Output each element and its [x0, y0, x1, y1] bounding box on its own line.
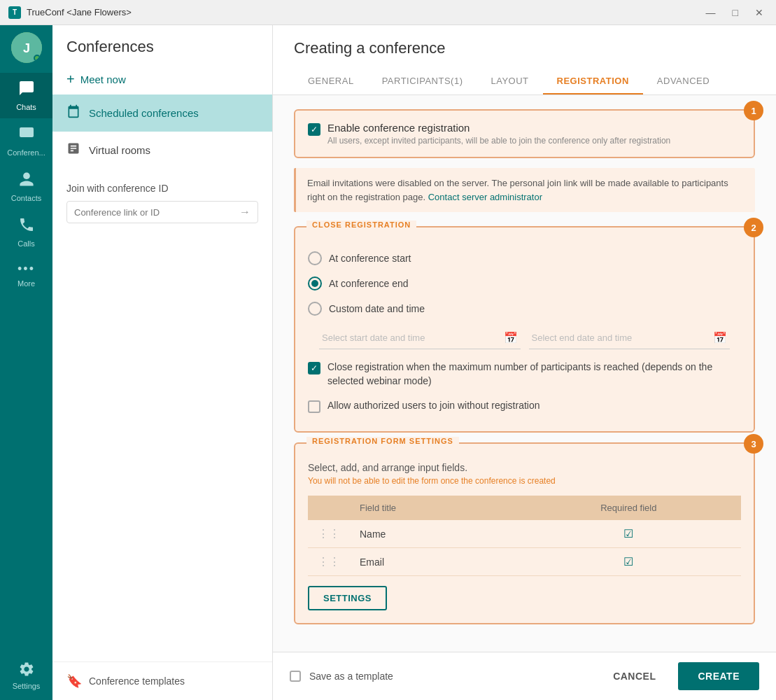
calendar-icon [66, 104, 80, 122]
svg-text:J: J [22, 41, 29, 55]
start-date-placeholder: Select start date and time [322, 332, 425, 343]
online-status-dot [34, 55, 41, 62]
conference-templates-label: Conference templates [89, 676, 185, 687]
right-panel-header: Creating a conference GENERAL PARTICIPAN… [273, 25, 776, 95]
sidebar-item-settings[interactable]: Settings [0, 651, 52, 700]
tab-layout[interactable]: LAYOUT [477, 69, 543, 94]
save-template-label: Save as a template [309, 671, 393, 682]
main-container: J Chats Conferen... Contacts [0, 25, 776, 700]
save-template-checkbox[interactable] [290, 671, 301, 682]
enable-registration-checkbox[interactable]: ✓ [308, 123, 320, 136]
radio-at-end-button[interactable] [308, 276, 322, 290]
enable-registration-label: Enable conference registration [327, 122, 670, 134]
form-settings-button[interactable]: SETTINGS [308, 586, 387, 610]
conference-templates-button[interactable]: 🔖 Conference templates [52, 662, 272, 700]
tabs-container: GENERAL PARTICIPANTS(1) LAYOUT REGISTRAT… [294, 69, 755, 94]
form-settings-section: 3 REGISTRATION FORM SETTINGS Select, add… [294, 442, 755, 624]
avatar[interactable]: J [11, 32, 42, 63]
more-icon: ••• [17, 262, 35, 276]
sidebar-settings-label: Settings [13, 682, 41, 690]
scheduled-conferences-label: Scheduled conferences [89, 107, 199, 119]
max-participants-label: Close registration when the maximum numb… [327, 360, 741, 388]
meet-now-button[interactable]: + Meet now [52, 64, 272, 94]
tab-advanced[interactable]: ADVANCED [643, 69, 724, 94]
radio-at-start-button[interactable] [308, 251, 322, 265]
sidebar-item-contacts-label: Contacts [11, 194, 41, 202]
close-button[interactable]: ✕ [751, 6, 768, 20]
form-desc: Select, add, and arrange input fields. [308, 462, 741, 473]
minimize-button[interactable]: — [702, 6, 720, 20]
right-panel: Creating a conference GENERAL PARTICIPAN… [273, 25, 776, 700]
virtual-rooms-icon [66, 141, 80, 159]
bookmark-icon: 🔖 [66, 673, 82, 689]
required-name-cell: ☑ [516, 520, 741, 548]
sidebar-item-more[interactable]: ••• More [0, 255, 52, 295]
sidebar-item-calls[interactable]: Calls [0, 209, 52, 255]
col-required-field: Required field [516, 496, 741, 520]
field-email-cell: Email [350, 548, 516, 576]
enable-registration-text: Enable conference registration All users… [327, 122, 670, 146]
radio-custom-button[interactable] [308, 302, 322, 316]
tab-registration[interactable]: REGISTRATION [543, 69, 643, 94]
left-panel: Conferences + Meet now Scheduled confere… [52, 25, 273, 700]
section-2-badge: 2 [744, 218, 763, 237]
cancel-button[interactable]: CANCEL [599, 664, 670, 689]
calls-icon [18, 216, 35, 237]
required-check-name: ☑ [623, 528, 633, 540]
radio-at-end-inner [311, 280, 318, 287]
sidebar-item-chats-label: Chats [16, 103, 36, 111]
field-name-cell: Name [350, 520, 516, 548]
join-input-wrap: → [66, 201, 258, 223]
app-title: TrueConf <Jane Flowers> [27, 7, 132, 18]
col-field-title: Field title [350, 496, 516, 520]
nav-item-scheduled[interactable]: Scheduled conferences [52, 94, 272, 132]
sidebar-item-contacts[interactable]: Contacts [0, 164, 52, 209]
section-3-badge: 3 [744, 434, 763, 454]
conferences-icon [18, 125, 35, 146]
create-button[interactable]: CREATE [678, 662, 759, 690]
info-box: Email invitations were disabled on the s… [294, 168, 755, 212]
sidebar-item-conferences[interactable]: Conferen... [0, 118, 52, 164]
join-arrow-icon: → [239, 206, 251, 218]
form-settings-section-label: REGISTRATION FORM SETTINGS [306, 437, 459, 445]
radio-at-start-label: At conference start [329, 253, 411, 264]
date-inputs-row: Select start date and time 📅 Select end … [308, 321, 741, 355]
section-1-badge: 1 [744, 101, 763, 120]
svg-rect-2 [20, 127, 34, 137]
end-date-input-wrap[interactable]: Select end date and time 📅 [529, 327, 731, 349]
contact-admin-link[interactable]: Contact server administrator [428, 192, 542, 202]
radio-at-end[interactable]: At conference end [308, 271, 741, 296]
enable-registration-sublabel: All users, except invited participants, … [327, 136, 670, 146]
max-participants-checkbox[interactable]: ✓ [308, 362, 320, 374]
nav-item-virtual[interactable]: Virtual rooms [52, 132, 272, 169]
table-row: ⋮⋮ Email ☑ [308, 548, 741, 576]
radio-at-start[interactable]: At conference start [308, 246, 741, 271]
sidebar-item-chats[interactable]: Chats [0, 73, 52, 118]
contacts-icon [18, 171, 35, 191]
maximize-button[interactable]: □ [728, 6, 742, 20]
drag-icon: ⋮⋮ [318, 528, 340, 540]
radio-custom-label: Custom date and time [329, 303, 425, 314]
start-calendar-icon: 📅 [504, 331, 518, 344]
app-bar-title-area: T TrueConf <Jane Flowers> [8, 6, 132, 19]
tab-participants[interactable]: PARTICIPANTS(1) [368, 69, 477, 94]
tab-general[interactable]: GENERAL [294, 69, 368, 94]
start-date-input-wrap[interactable]: Select start date and time 📅 [319, 327, 521, 349]
conference-id-input[interactable] [74, 207, 239, 218]
drag-handle-name[interactable]: ⋮⋮ [308, 520, 350, 548]
radio-custom[interactable]: Custom date and time [308, 296, 741, 321]
sidebar-item-calls-label: Calls [17, 239, 34, 248]
drag-handle-email[interactable]: ⋮⋮ [308, 548, 350, 576]
settings-icon [18, 661, 35, 679]
drag-icon: ⋮⋮ [318, 556, 340, 568]
chats-icon [18, 80, 35, 100]
close-registration-section: 2 CLOSE REGISTRATION At conference start [294, 226, 755, 433]
right-panel-footer: Save as a template CANCEL CREATE [273, 652, 776, 700]
form-settings-inner: Select, add, and arrange input fields. Y… [308, 456, 741, 610]
required-email-cell: ☑ [516, 548, 741, 576]
virtual-rooms-label: Virtual rooms [89, 144, 150, 156]
table-row: ⋮⋮ Name ☑ [308, 520, 741, 548]
authorized-users-checkbox[interactable] [308, 400, 320, 413]
max-participants-row: ✓ Close registration when the maximum nu… [308, 355, 741, 393]
conferences-title: Conferences [52, 25, 272, 64]
